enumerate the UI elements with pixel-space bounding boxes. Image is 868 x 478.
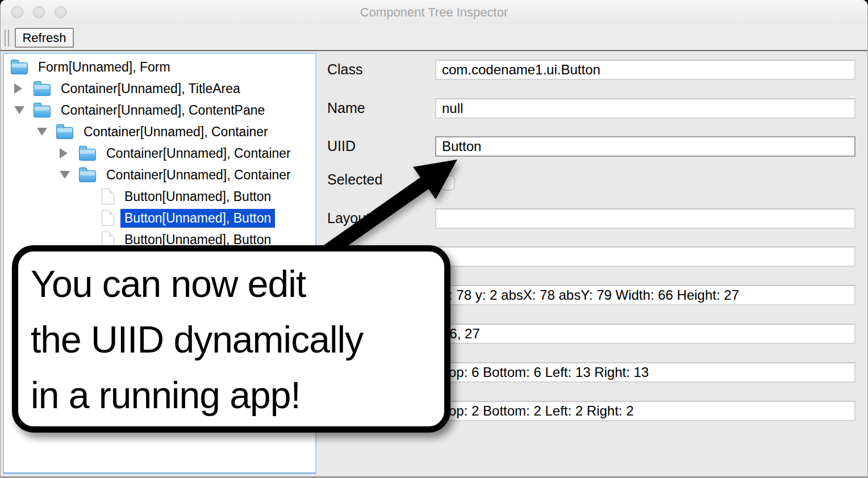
tree-item[interactable]: Container[Unnamed], Container: [4, 121, 315, 142]
toolbar-drag-handle-icon[interactable]: [5, 30, 9, 47]
selected-checkbox[interactable]: [441, 175, 455, 191]
selected-label: Selected: [327, 171, 382, 188]
folder-icon: [11, 62, 28, 74]
layout-label: Layout: [327, 210, 370, 227]
tree-item-label: Button[Unnamed], Button: [120, 209, 275, 228]
folder-icon: [56, 127, 73, 139]
expand-arrow-icon[interactable]: [60, 148, 79, 158]
expand-arrow-icon[interactable]: [14, 106, 34, 114]
uiid-label: UIID: [327, 138, 356, 154]
tree-item[interactable]: Form[Unnamed], Form: [4, 56, 315, 78]
expand-arrow-icon[interactable]: [14, 83, 34, 94]
tree-item[interactable]: Container[Unnamed], ContentPane: [4, 99, 315, 121]
expand-arrow-icon[interactable]: [37, 128, 56, 136]
uiid-field[interactable]: Button: [435, 136, 856, 157]
name-label: Name: [327, 100, 365, 116]
tree-item-label: Container[Unnamed], ContentPane: [57, 101, 269, 120]
field-7-field[interactable]: x: 78 y: 2 absX: 78 absY: 79 Width: 66 H…: [435, 285, 856, 305]
name-field[interactable]: null: [435, 98, 856, 119]
tree-item[interactable]: Button[Unnamed], Button: [4, 186, 315, 207]
refresh-button[interactable]: Refresh: [15, 28, 74, 48]
tree-item[interactable]: Button[Unnamed], Button: [4, 207, 315, 229]
tree-item-label: Button[Unnamed], Button: [120, 187, 275, 206]
toolbar: Refresh: [1, 25, 867, 51]
field-6-field[interactable]: [435, 246, 856, 267]
callout-bubble: You can now edit the UIID dynamically in…: [12, 245, 450, 433]
title-bar[interactable]: Component Tree Inspector: [1, 0, 867, 25]
tree-item-label: Container[Unnamed], Container: [80, 123, 272, 141]
class-label: Class: [327, 61, 363, 78]
tree-item[interactable]: Container[Unnamed], Container: [4, 164, 315, 186]
folder-icon: [79, 149, 96, 161]
tree-item-label: Container[Unnamed], TitleArea: [57, 79, 244, 98]
expand-arrow-icon[interactable]: [60, 171, 79, 179]
folder-icon: [79, 170, 96, 182]
folder-icon: [34, 84, 51, 96]
tree-item[interactable]: Container[Unnamed], TitleArea: [4, 78, 315, 99]
field-10-field[interactable]: Top: 2 Bottom: 2 Left: 2 Right: 2: [435, 401, 856, 421]
window-title: Component Tree Inspector: [1, 5, 867, 20]
class-field[interactable]: com.codename1.ui.Button: [435, 60, 856, 80]
layout-field[interactable]: [435, 208, 856, 229]
tree-item[interactable]: Container[Unnamed], Container: [4, 142, 315, 164]
tree-item-label: Form[Unnamed], Form: [34, 58, 174, 77]
content-area: Form[Unnamed], Form Container[Unnamed], …: [1, 52, 867, 478]
callout-text-line: You can now edit: [31, 256, 444, 312]
field-8-field[interactable]: 66, 27: [435, 324, 856, 344]
document-icon: [102, 210, 114, 226]
inspector-window: Component Tree Inspector Refresh Form[Un…: [0, 0, 868, 478]
document-icon: [102, 188, 114, 204]
tree-item-label: Container[Unnamed], Container: [102, 144, 295, 163]
field-9-field[interactable]: Top: 6 Bottom: 6 Left: 13 Right: 13: [435, 362, 856, 383]
callout-text-line: in a running app!: [31, 367, 444, 423]
tree-item-label: Container[Unnamed], Container: [102, 166, 295, 185]
callout-text-line: the UIID dynamically: [31, 312, 444, 367]
folder-icon: [34, 106, 51, 118]
